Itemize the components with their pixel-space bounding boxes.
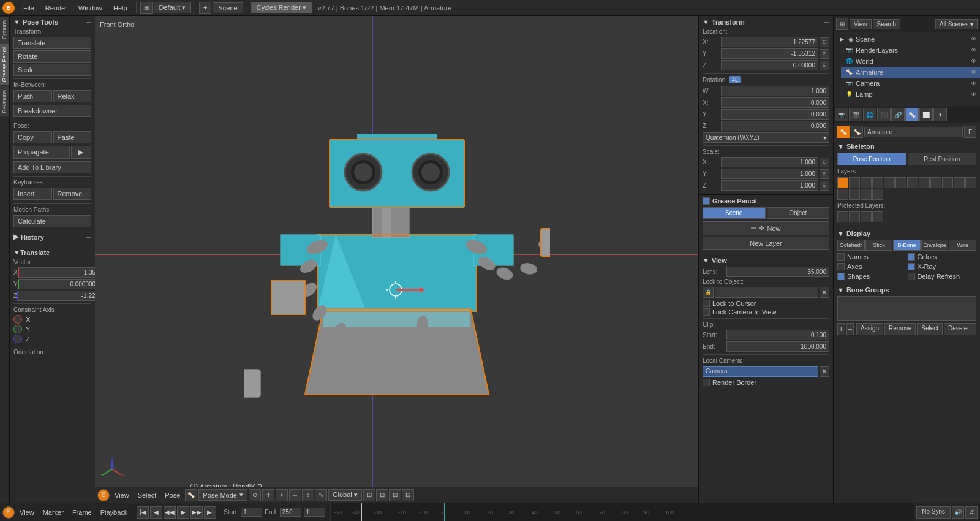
prop-tab-object[interactable]: ⬛: [877, 108, 891, 121]
circle-dot-icon[interactable]: ⊙: [249, 489, 261, 501]
loc-z-input[interactable]: [721, 60, 818, 70]
layer-cell-7[interactable]: [919, 177, 930, 188]
pose-menu[interactable]: Pose: [161, 490, 184, 500]
colors-checkbox[interactable]: [908, 253, 915, 260]
layer-btn4[interactable]: ⊡: [402, 489, 414, 501]
cursor-icon[interactable]: ✛: [262, 489, 274, 501]
axes-checkbox[interactable]: [837, 263, 845, 270]
vec-x-input[interactable]: [18, 267, 95, 278]
lamp-eye[interactable]: 👁: [971, 91, 976, 97]
camera-eye[interactable]: 👁: [971, 80, 976, 86]
layout-select[interactable]: Default ▾: [154, 2, 192, 13]
bg-add-btn[interactable]: +: [837, 323, 845, 335]
propagate-btn[interactable]: Propagate: [13, 146, 70, 159]
view-title[interactable]: ▼ View: [703, 257, 829, 264]
menu-help[interactable]: Help: [108, 3, 132, 13]
display-tab-stick[interactable]: Stick: [865, 240, 893, 251]
vert-tab-relations[interactable]: Relations: [0, 86, 9, 117]
layer-cell-2[interactable]: [861, 177, 872, 188]
copy-btn[interactable]: Copy: [13, 131, 52, 143]
viewport[interactable]: Front Ortho: [95, 16, 698, 503]
layer-cell-12[interactable]: [837, 189, 848, 200]
layer-cell-1[interactable]: [849, 177, 860, 188]
calculate-btn[interactable]: Calculate: [13, 215, 91, 227]
lock-camera-checkbox[interactable]: [703, 308, 710, 316]
snap-icon[interactable]: ⌖: [276, 489, 288, 501]
prop-tab-scene[interactable]: 🎬: [849, 108, 862, 121]
layer-cell-11[interactable]: [965, 177, 976, 188]
mode-select[interactable]: Pose Mode ▾: [198, 489, 247, 501]
play-end-btn[interactable]: ▶|: [204, 506, 216, 519]
layer-cell-15[interactable]: [872, 189, 883, 200]
layer-cell-3[interactable]: [872, 177, 883, 188]
fake-user-btn[interactable]: F: [964, 126, 976, 138]
armature-eye[interactable]: 👁: [971, 69, 976, 75]
vert-tab-grease-pencil[interactable]: Grease Pencil: [0, 43, 9, 86]
scene-row-camera[interactable]: 📷 Camera 👁: [841, 78, 980, 89]
display-title[interactable]: ▼ Display: [837, 230, 976, 237]
display-tab-octahedr[interactable]: Octahedr: [837, 240, 865, 251]
insert-btn[interactable]: Insert: [13, 188, 52, 200]
layer-cell-13[interactable]: [849, 189, 860, 200]
prop-tab-particles[interactable]: ✦: [933, 108, 947, 121]
armature-icon-btn[interactable]: 🦴: [837, 126, 850, 138]
rotate-btn[interactable]: Rotate: [13, 50, 91, 63]
mode-icon[interactable]: 🦴: [185, 489, 197, 501]
lock-object-clear[interactable]: ✕: [820, 287, 829, 298]
grease-pencil-title[interactable]: Grease Pencil: [703, 197, 829, 205]
scene-row-renderlayers[interactable]: 📷 RenderLayers 👁: [841, 45, 980, 56]
gp-object-btn[interactable]: Object: [767, 207, 830, 219]
tl-marker-menu[interactable]: Marker: [39, 508, 67, 517]
rest-position-btn[interactable]: Rest Position: [908, 153, 977, 165]
prot-layer-cell-2[interactable]: [861, 211, 872, 222]
global-select[interactable]: Global ▾: [328, 489, 362, 501]
tl-playback-menu[interactable]: Playback: [97, 508, 132, 517]
layer-cell-14[interactable]: [861, 189, 872, 200]
prot-layer-cell-1[interactable]: [849, 211, 860, 222]
rot-y-input[interactable]: [721, 109, 829, 120]
loc-x-copy[interactable]: ⊡: [820, 37, 829, 47]
viewport-logo-btn[interactable]: B: [97, 489, 110, 501]
select-menu[interactable]: Select: [134, 490, 160, 500]
prop-tab-material[interactable]: ⬜: [919, 108, 933, 121]
breakdowner-btn[interactable]: Breakdowner: [13, 105, 91, 117]
lens-input[interactable]: [726, 267, 829, 277]
rot-w-input[interactable]: [721, 86, 829, 96]
audio-icon[interactable]: 🔊: [952, 506, 964, 519]
delay-refresh-checkbox[interactable]: [908, 273, 915, 280]
paste-btn[interactable]: Paste: [53, 131, 92, 143]
gp-checkbox[interactable]: [703, 197, 710, 205]
scale-y-input[interactable]: [721, 169, 818, 179]
search-btn[interactable]: Search: [873, 19, 901, 29]
scale-btn[interactable]: Scale: [13, 64, 91, 76]
armature-icon2-btn[interactable]: 🦴: [851, 126, 863, 138]
view-btn[interactable]: View: [850, 19, 872, 29]
play-rev-btn[interactable]: ◀◀: [164, 506, 176, 519]
play-start-btn[interactable]: |◀: [137, 506, 149, 519]
history-title[interactable]: ▶ History —: [13, 233, 91, 241]
tool3[interactable]: ⤡: [315, 489, 327, 501]
transform-title[interactable]: ▼ Transform —: [703, 18, 829, 26]
lock-object-icon[interactable]: 🔒: [703, 287, 714, 298]
prop-tab-render[interactable]: 📷: [835, 108, 848, 121]
xray-checkbox[interactable]: [908, 263, 915, 270]
prot-layer-cell-0[interactable]: [837, 211, 848, 222]
remove-btn[interactable]: Remove: [53, 188, 92, 200]
current-frame-input[interactable]: [304, 508, 325, 517]
quaternion-dropdown[interactable]: Quaternion (WXYZ) ▾: [703, 132, 829, 143]
push-btn[interactable]: Push: [13, 90, 52, 102]
loop-icon[interactable]: ↺: [965, 506, 978, 519]
deselect-btn[interactable]: Deselect: [944, 323, 976, 335]
shapes-checkbox[interactable]: [837, 273, 845, 280]
scale-z-input[interactable]: [721, 180, 818, 191]
layer-cell-0[interactable]: [837, 177, 848, 188]
scale-x-input[interactable]: [721, 157, 818, 167]
camera-clear[interactable]: ✕: [820, 366, 829, 377]
scene-row-armature[interactable]: 🦴 Armature 👁: [841, 67, 980, 78]
start-frame-input[interactable]: [241, 508, 262, 517]
gp-scene-btn[interactable]: Scene: [703, 207, 766, 219]
layer-cell-4[interactable]: [884, 177, 895, 188]
vec-z-input[interactable]: [17, 291, 95, 301]
layer-cell-9[interactable]: [942, 177, 953, 188]
select-btn[interactable]: Select: [917, 323, 943, 335]
